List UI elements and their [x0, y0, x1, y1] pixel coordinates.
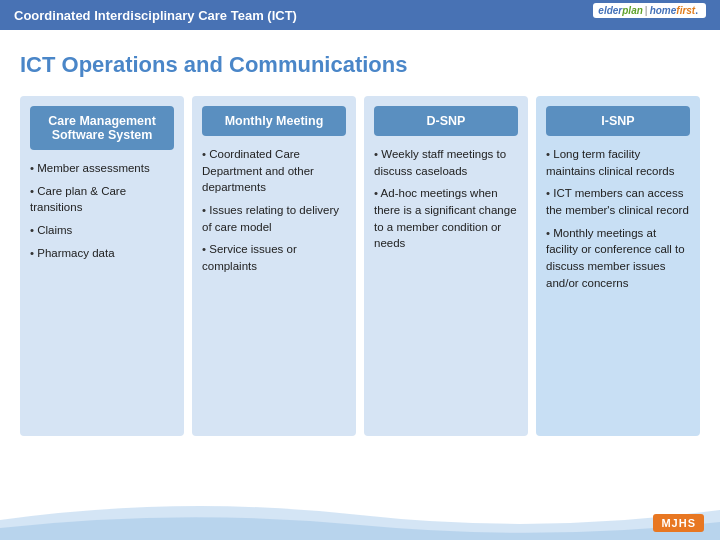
list-item: Monthly meetings at facility or conferen… [546, 225, 690, 292]
list-item: Weekly staff meetings to discuss caseloa… [374, 146, 518, 179]
col-dsnp-body: Weekly staff meetings to discuss caseloa… [374, 146, 518, 252]
columns-container: Care Management Software System Member a… [20, 96, 700, 436]
logo-dot: . [695, 5, 698, 16]
list-item: Service issues or complaints [202, 241, 346, 274]
logo-area: elderplan|homefirst. [593, 3, 706, 18]
logo-home: home [650, 5, 677, 16]
list-item: ICT members can access the member's clin… [546, 185, 690, 218]
col-cms-body: Member assessments Care plan & Care tran… [30, 160, 174, 261]
col-mm-header: Monthly Meeting [202, 106, 346, 136]
list-item: Long term facility maintains clinical re… [546, 146, 690, 179]
top-header-bar: Coordinated Interdisciplinary Care Team … [0, 0, 720, 30]
list-item: Ad-hoc meetings when there is a signific… [374, 185, 518, 252]
bottom-wave-area: MJHS [0, 490, 720, 540]
logo-elder: elder [598, 5, 622, 16]
col-dsnp-header: D-SNP [374, 106, 518, 136]
list-item: Coordinated Care Department and other de… [202, 146, 346, 196]
column-isnp: I-SNP Long term facility maintains clini… [536, 96, 700, 436]
list-item: Member assessments [30, 160, 174, 177]
wave-decoration [0, 490, 720, 540]
column-dsnp: D-SNP Weekly staff meetings to discuss c… [364, 96, 528, 436]
list-item: Issues relating to delivery of care mode… [202, 202, 346, 235]
logo-separator: | [645, 5, 648, 16]
header-title: Coordinated Interdisciplinary Care Team … [14, 8, 297, 23]
col-mm-body: Coordinated Care Department and other de… [202, 146, 346, 275]
mjhs-logo: MJHS [653, 514, 704, 532]
list-item: Care plan & Care transitions [30, 183, 174, 216]
logo-first: first [676, 5, 695, 16]
list-item: Claims [30, 222, 174, 239]
col-isnp-body: Long term facility maintains clinical re… [546, 146, 690, 291]
col-isnp-header: I-SNP [546, 106, 690, 136]
col-cms-header: Care Management Software System [30, 106, 174, 150]
page-title: ICT Operations and Communications [20, 52, 700, 78]
column-cms: Care Management Software System Member a… [20, 96, 184, 436]
list-item: Pharmacy data [30, 245, 174, 262]
main-content: ICT Operations and Communications Care M… [0, 30, 720, 446]
logo-plan: plan [622, 5, 643, 16]
column-monthly-meeting: Monthly Meeting Coordinated Care Departm… [192, 96, 356, 436]
